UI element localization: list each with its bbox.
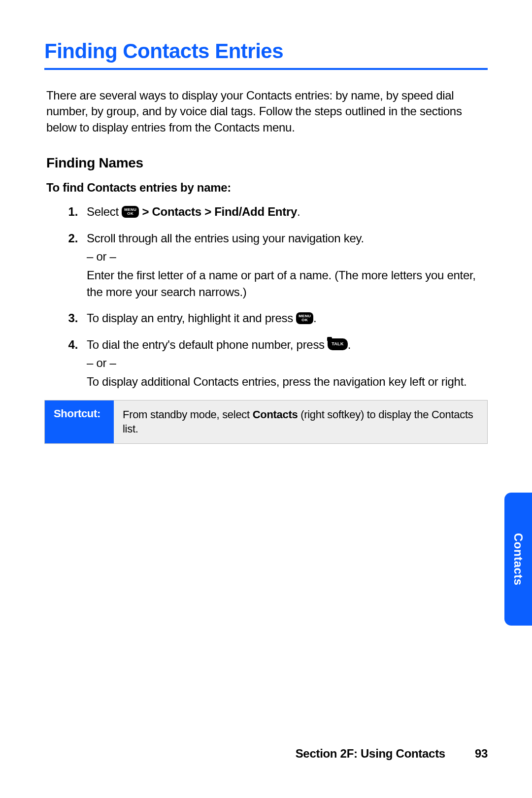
talk-key-icon: TALK	[328, 338, 348, 350]
footer-page-number: 93	[475, 747, 488, 761]
step-content: To dial the entry's default phone number…	[87, 336, 488, 390]
shortcut-body: From standby mode, select Contacts (righ…	[114, 400, 487, 443]
step-3: 3. To display an entry, highlight it and…	[64, 310, 488, 327]
shortcut-callout: Shortcut: From standby mode, select Cont…	[44, 400, 488, 444]
steps-list: 1. Select MENUOK > Contacts > Find/Add E…	[44, 203, 488, 390]
step-number: 2.	[64, 230, 78, 300]
step-number: 4.	[64, 336, 78, 390]
step-2: 2. Scroll through all the entries using …	[64, 230, 488, 300]
step-1: 1. Select MENUOK > Contacts > Find/Add E…	[64, 203, 488, 220]
footer-section: Section 2F: Using Contacts	[296, 747, 445, 761]
side-tab-label: Contacts	[511, 533, 525, 586]
menu-ok-key-icon: MENUOK	[122, 206, 139, 218]
page-footer: Section 2F: Using Contacts 93	[296, 747, 488, 761]
menu-ok-key-icon: MENUOK	[296, 312, 313, 324]
shortcut-label: Shortcut:	[45, 400, 114, 443]
side-tab-contacts: Contacts	[504, 493, 532, 626]
step-content: Scroll through all the entries using you…	[87, 230, 488, 300]
step-content: Select MENUOK > Contacts > Find/Add Entr…	[87, 203, 488, 220]
section-heading-finding-names: Finding Names	[44, 155, 488, 171]
step-number: 3.	[64, 310, 78, 327]
intro-paragraph: There are several ways to display your C…	[44, 88, 488, 135]
page-title: Finding Contacts Entries	[44, 39, 488, 70]
instruction-lead: To find Contacts entries by name:	[44, 181, 488, 195]
step-content: To display an entry, highlight it and pr…	[87, 310, 488, 327]
step-number: 1.	[64, 203, 78, 220]
step-4: 4. To dial the entry's default phone num…	[64, 336, 488, 390]
